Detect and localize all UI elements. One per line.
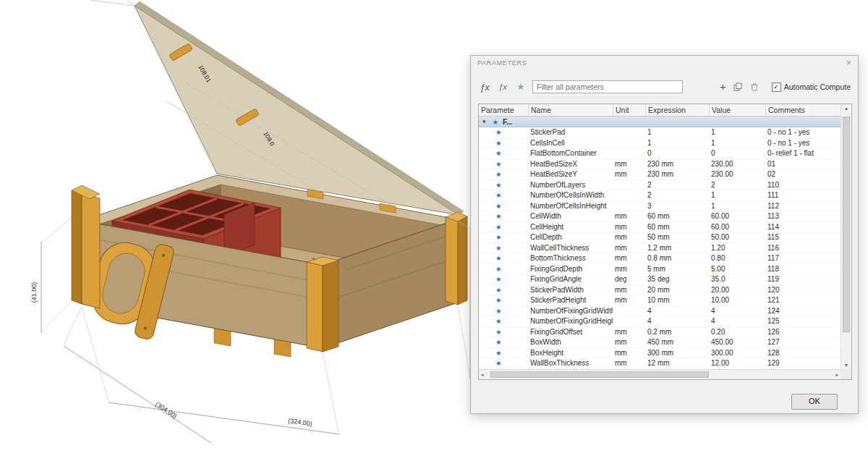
fx-derived-icon[interactable]: ƒx — [496, 83, 509, 91]
column-header-value[interactable]: Value — [709, 104, 765, 116]
cell-name[interactable]: FixingGridOffset — [528, 328, 613, 336]
table-row[interactable]: ★BoxWidthmm450 mm450.00127 — [479, 337, 841, 348]
cell-expression[interactable]: 4 — [645, 307, 709, 315]
table-row[interactable]: ★FixingGridOffsetmm0.2 mm0.20126 — [479, 327, 841, 338]
cell-name[interactable]: WallBoxThickness — [528, 359, 613, 367]
column-header-unit[interactable]: Unit — [613, 104, 645, 116]
table-row[interactable]: ★FixingGridAngledeg35 deg35.0119 — [479, 274, 841, 285]
cell-comments[interactable]: 02 — [765, 170, 841, 178]
cell-comments[interactable]: 0- relief 1 - flat — [765, 149, 841, 157]
table-row[interactable]: ★NumberOfFixingGridHeight44125 — [479, 316, 841, 327]
table-row[interactable]: ★CellDepthmm50 mm50.00115 — [479, 232, 841, 243]
cell-comments[interactable]: 117 — [765, 254, 841, 262]
table-row[interactable]: ★BoxHeightmm300 mm300.00128 — [479, 348, 841, 359]
vertical-scrollbar[interactable]: ▲ ▼ — [841, 104, 851, 369]
cell-name[interactable]: BottomThickness — [528, 254, 613, 262]
cell-name[interactable]: NumberOfCellsInWidth — [528, 191, 613, 199]
favorite-star-icon[interactable]: ★ — [479, 160, 528, 168]
delete-parameter-icon[interactable] — [749, 82, 760, 92]
cell-name[interactable]: StickerPadWidth — [528, 286, 613, 294]
table-row[interactable]: ★CellWidthmm60 mm60.00113 — [479, 211, 841, 222]
cell-expression[interactable]: 4 — [645, 317, 709, 325]
cell-comments[interactable]: 01 — [765, 160, 841, 168]
cell-name[interactable]: FixingGridAngle — [528, 275, 613, 283]
cell-name[interactable]: HeatBedSizeX — [528, 160, 613, 168]
automatic-compute-toggle[interactable]: ✓ Automatic Compute — [772, 83, 851, 92]
cell-expression[interactable]: 0.2 mm — [645, 328, 709, 336]
cell-expression[interactable]: 450 mm — [645, 338, 709, 346]
cell-comments[interactable]: 0 - no 1 - yes — [765, 128, 841, 136]
favorite-star-icon[interactable]: ★ — [479, 212, 528, 220]
table-row[interactable]: ★NumberOfCellsInWidth21111 — [479, 190, 841, 201]
chevron-down-icon[interactable]: ▾ — [482, 118, 486, 125]
favorite-star-icon[interactable]: ★ — [479, 349, 528, 357]
cell-expression[interactable]: 60 mm — [645, 223, 709, 231]
cell-comments[interactable]: 124 — [765, 307, 841, 315]
favorite-star-icon[interactable]: ★ — [479, 191, 528, 199]
cell-name[interactable]: HeatBedSizeY — [528, 170, 613, 178]
table-row[interactable]: ★WallBoxThicknessmm12 mm12.00129 — [479, 358, 841, 369]
cell-expression[interactable]: 2 — [645, 181, 709, 189]
cell-expression[interactable]: 0.8 mm — [645, 254, 709, 262]
favorite-star-icon[interactable]: ★ — [479, 181, 528, 189]
cell-expression[interactable]: 230 mm — [645, 170, 709, 178]
horizontal-scrollbar[interactable]: ◂ ▸ — [479, 369, 841, 379]
cell-expression[interactable]: 1.2 mm — [645, 244, 709, 252]
cell-name[interactable]: FixingGridDepth — [528, 265, 613, 273]
scroll-left-icon[interactable]: ◂ — [481, 372, 484, 378]
cell-name[interactable]: StickerPadHeight — [528, 296, 613, 304]
cell-expression[interactable]: 20 mm — [645, 286, 709, 294]
column-header-expression[interactable]: Expression — [645, 104, 709, 116]
favorite-star-icon[interactable]: ★ — [479, 170, 528, 178]
favorite-star-icon[interactable]: ★ — [479, 233, 528, 241]
cell-expression[interactable]: 50 mm — [645, 233, 709, 241]
vertical-scroll-thumb[interactable] — [843, 117, 850, 332]
automatic-compute-checkbox[interactable]: ✓ — [772, 83, 781, 92]
cell-comments[interactable]: 127 — [765, 338, 841, 346]
favorite-star-icon[interactable]: ★ — [479, 359, 528, 367]
cell-name[interactable]: CellHeight — [528, 223, 613, 231]
cell-comments[interactable]: 115 — [765, 233, 841, 241]
favorite-star-icon[interactable]: ★ — [479, 275, 528, 283]
cell-name[interactable]: CellWidth — [528, 212, 613, 220]
scroll-up-icon[interactable]: ▲ — [841, 106, 851, 111]
ok-button[interactable]: OK — [791, 394, 838, 410]
cell-expression[interactable]: 10 mm — [645, 296, 709, 304]
table-row[interactable]: ★NumberOfCellsInHeight31112 — [479, 201, 841, 212]
corner-bracket-front[interactable] — [307, 257, 339, 352]
cell-expression[interactable]: 35 deg — [645, 275, 709, 283]
table-row[interactable]: ★StickerPad110 - no 1 - yes — [479, 127, 841, 138]
favorite-star-icon[interactable]: ★ — [479, 296, 528, 304]
cell-comments[interactable]: 114 — [765, 223, 841, 231]
copy-parameter-icon[interactable] — [733, 82, 743, 92]
close-icon[interactable]: × — [846, 59, 851, 67]
cell-name[interactable]: BoxWidth — [528, 338, 613, 346]
cell-expression[interactable]: 2 — [645, 191, 709, 199]
cell-comments[interactable]: 112 — [765, 202, 841, 210]
corner-bracket-left[interactable] — [72, 185, 100, 308]
table-row[interactable]: ★NumberOfFixingGridWidth44124 — [479, 306, 841, 317]
cell-expression[interactable]: 230 mm — [645, 160, 709, 168]
table-row[interactable]: ★StickerPadWidthmm20 mm20.00120 — [479, 285, 841, 296]
fx-icon[interactable]: ƒx — [478, 82, 491, 93]
cell-comments[interactable]: 128 — [765, 349, 841, 357]
lid[interactable]: 108.01 108.0 — [135, 1, 464, 217]
cell-name[interactable]: BoxHeight — [528, 349, 613, 357]
cell-comments[interactable]: 119 — [765, 275, 841, 283]
dialog-titlebar[interactable]: PARAMETERS × — [471, 56, 858, 70]
column-header-paramete[interactable]: Paramete — [479, 104, 528, 116]
cell-comments[interactable]: 116 — [765, 244, 841, 252]
favorite-star-icon[interactable]: ★ — [479, 244, 528, 252]
cell-expression[interactable]: 60 mm — [645, 212, 709, 220]
cell-comments[interactable]: 120 — [765, 286, 841, 294]
cell-comments[interactable]: 113 — [765, 212, 841, 220]
cell-comments[interactable]: 111 — [765, 191, 841, 199]
add-parameter-icon[interactable]: + — [720, 82, 726, 92]
cell-expression[interactable]: 3 — [645, 202, 709, 210]
cell-comments[interactable]: 118 — [765, 265, 841, 273]
favorite-star-icon[interactable]: ★ — [479, 149, 528, 157]
cell-name[interactable]: NumberOfFixingGridHeight — [528, 317, 613, 325]
table-row[interactable]: ★StickerPadHeightmm10 mm10.00121 — [479, 295, 841, 306]
column-header-comments[interactable]: Comments — [765, 104, 841, 116]
favorites-group-row[interactable]: ▾ ★ F... — [479, 117, 841, 127]
